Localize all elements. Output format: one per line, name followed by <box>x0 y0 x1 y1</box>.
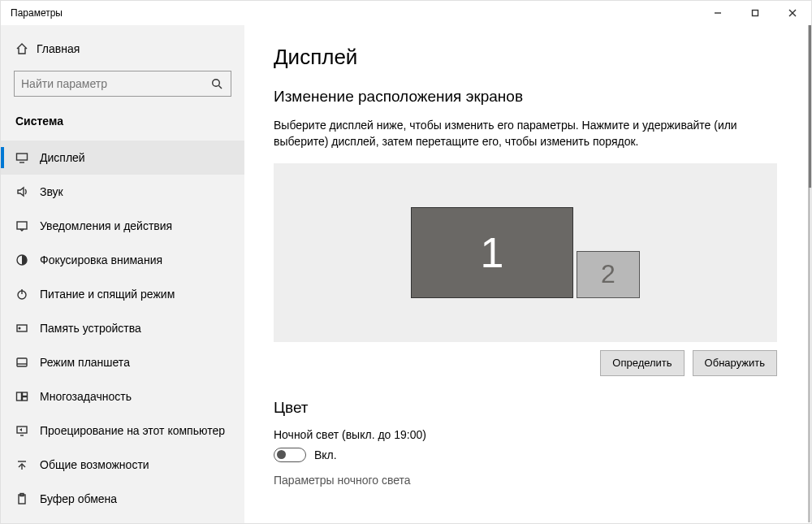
svg-rect-6 <box>17 154 28 160</box>
display-icon <box>15 151 40 164</box>
projecting-icon <box>15 424 40 437</box>
maximize-button[interactable] <box>736 1 774 25</box>
minimize-button[interactable] <box>699 1 736 25</box>
color-heading: Цвет <box>274 399 782 417</box>
sidebar-item-label: Питание и спящий режим <box>40 288 175 301</box>
detect-button[interactable]: Обнаружить <box>693 350 777 376</box>
sidebar-item-label: Память устройства <box>40 322 141 335</box>
window-title: Параметры <box>11 7 63 19</box>
monitor-1[interactable]: 1 <box>411 207 573 298</box>
sidebar-item-label: Звук <box>40 185 63 198</box>
search-input[interactable] <box>21 77 209 90</box>
main-panel: Дисплей Изменение расположения экранов В… <box>244 25 811 523</box>
sidebar-item-8[interactable]: Проецирование на этот компьютер <box>1 414 244 448</box>
shared-icon <box>15 458 40 471</box>
rearrange-description: Выберите дисплей ниже, чтобы изменить ег… <box>274 117 777 150</box>
svg-rect-8 <box>17 222 27 229</box>
sidebar-item-label: Дисплей <box>40 151 85 164</box>
power-icon <box>15 288 40 301</box>
close-button[interactable] <box>774 1 811 25</box>
sidebar-item-3[interactable]: Фокусировка внимания <box>1 243 244 277</box>
toggle-state-label: Вкл. <box>314 448 337 461</box>
svg-rect-16 <box>23 392 28 396</box>
sidebar-item-label: Режим планшета <box>40 356 130 369</box>
sidebar-item-7[interactable]: Многозадачность <box>1 379 244 414</box>
scrollbar-thumb[interactable] <box>809 25 811 188</box>
identify-button[interactable]: Определить <box>600 350 684 376</box>
focus-icon <box>15 253 40 266</box>
home-label: Главная <box>37 42 80 55</box>
night-light-toggle[interactable] <box>274 448 306 462</box>
sound-icon <box>15 185 40 198</box>
sidebar-item-1[interactable]: Звук <box>1 175 244 209</box>
tablet-icon <box>15 356 40 369</box>
svg-point-4 <box>213 80 220 87</box>
category-heading: Система <box>1 105 244 136</box>
svg-rect-13 <box>17 358 27 366</box>
notifications-icon <box>15 219 40 232</box>
clipboard-icon <box>15 492 40 505</box>
sidebar-item-9[interactable]: Общие возможности <box>1 448 244 482</box>
sidebar-item-6[interactable]: Режим планшета <box>1 345 244 379</box>
sidebar-item-label: Общие возможности <box>40 458 149 471</box>
svg-rect-17 <box>23 397 28 401</box>
rearrange-heading: Изменение расположения экранов <box>274 88 782 106</box>
monitor-2[interactable]: 2 <box>577 251 640 298</box>
storage-icon <box>15 322 40 335</box>
sidebar-item-label: Многозадачность <box>40 390 132 403</box>
sidebar-item-label: Буфер обмена <box>40 492 117 505</box>
multitask-icon <box>15 390 40 403</box>
svg-rect-1 <box>753 11 758 16</box>
sidebar-item-label: Проецирование на этот компьютер <box>40 424 225 437</box>
search-box[interactable] <box>14 71 231 97</box>
night-light-label: Ночной свет (выкл. до 19:00) <box>274 428 782 441</box>
sidebar: Главная Система ДисплейЗвукУведомления и… <box>1 25 244 523</box>
home-nav[interactable]: Главная <box>1 32 244 66</box>
sidebar-item-4[interactable]: Питание и спящий режим <box>1 277 244 311</box>
svg-line-5 <box>219 86 222 89</box>
night-light-settings-link[interactable]: Параметры ночного света <box>274 474 782 487</box>
sidebar-item-label: Фокусировка внимания <box>40 253 162 266</box>
search-icon <box>209 78 224 89</box>
sidebar-item-10[interactable]: Буфер обмена <box>1 482 244 516</box>
home-icon <box>15 42 37 55</box>
svg-rect-15 <box>17 392 22 401</box>
sidebar-item-2[interactable]: Уведомления и действия <box>1 209 244 243</box>
svg-point-12 <box>19 327 20 329</box>
sidebar-item-0[interactable]: Дисплей <box>1 141 244 175</box>
sidebar-item-label: Уведомления и действия <box>40 219 172 232</box>
page-title: Дисплей <box>274 45 782 70</box>
sidebar-item-5[interactable]: Память устройства <box>1 311 244 345</box>
display-arrangement-area[interactable]: 1 2 <box>274 163 777 342</box>
